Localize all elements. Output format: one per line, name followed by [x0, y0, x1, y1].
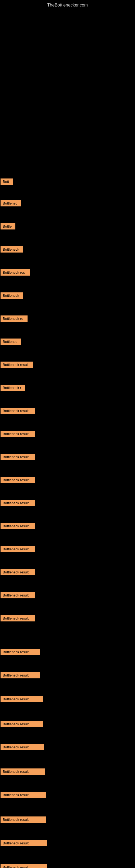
bottleneck-item: Bottleneck result — [1, 816, 46, 823]
bottleneck-item: Bottleneck result — [1, 454, 35, 460]
bottleneck-item: Bott — [1, 179, 13, 185]
bottleneck-item: Bottleneck result — [1, 523, 35, 529]
bottleneck-item: Bottlenec — [1, 200, 21, 207]
bottleneck-item: Bottleneck result — [1, 672, 40, 678]
bottleneck-item: Bottleneck result — [1, 864, 47, 868]
bottleneck-item: Bottleneck result — [1, 546, 35, 552]
bottleneck-item: Bottleneck — [1, 246, 23, 252]
bottleneck-item: Bottleneck result — [1, 769, 45, 775]
bottleneck-item: Bottleneck result — [1, 649, 40, 655]
bottleneck-item: Bottleneck result — [1, 408, 35, 414]
bottleneck-item: Bottleneck result — [1, 721, 43, 727]
bottleneck-item: Bottleneck result — [1, 792, 46, 798]
bottleneck-item: Bottleneck resul — [1, 362, 33, 368]
bottleneck-item: Bottleneck result — [1, 569, 35, 575]
bottleneck-item: Bottleneck res — [1, 269, 30, 276]
bottleneck-item: Bottle — [1, 223, 15, 229]
bottleneck-item: Bottleneck result — [1, 500, 35, 506]
bottleneck-item: Bottleneck — [1, 292, 23, 299]
bottleneck-item: Bottleneck result — [1, 615, 35, 621]
bottleneck-item: Bottleneck re — [1, 315, 28, 322]
bottleneck-item: Bottleneck result — [1, 431, 35, 437]
bottleneck-item: Bottleneck result — [1, 696, 43, 702]
bottleneck-item: Bottleneck result — [1, 477, 35, 483]
bottleneck-item: Bottleneck r — [1, 384, 25, 391]
bottleneck-item: Bottleneck result — [1, 840, 47, 846]
bottleneck-item: Bottlenec — [1, 339, 21, 345]
bottleneck-item: Bottleneck result — [1, 592, 35, 598]
site-title: TheBottlenecker.com — [0, 0, 135, 10]
bottleneck-item: Bottleneck result — [1, 744, 44, 750]
